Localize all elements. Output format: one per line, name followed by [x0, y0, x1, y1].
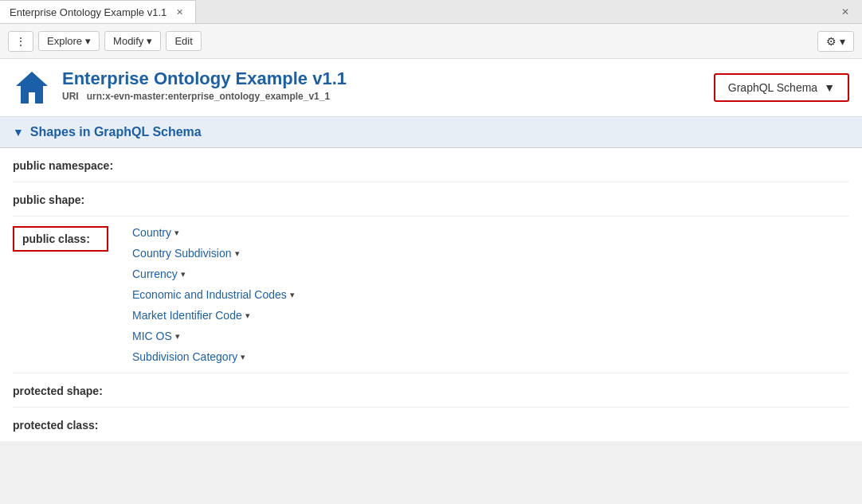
economic-industrial-chevron-icon: ▾: [290, 290, 295, 300]
protected-class-row: protected class:: [13, 408, 849, 441]
modify-button[interactable]: Modify ▾: [104, 31, 161, 51]
market-identifier-chevron-icon: ▾: [245, 311, 250, 321]
currency-link[interactable]: Currency ▾: [132, 268, 295, 280]
subdivision-category-link-text: Subdivision Category: [132, 350, 237, 363]
graphql-schema-button[interactable]: GraphQL Schema ▼: [714, 73, 849, 102]
public-shape-row: public shape:: [13, 182, 849, 217]
tab-label: Enterprise Ontology Example v1.1: [10, 6, 167, 18]
shapes-section-header[interactable]: ▼ Shapes in GraphQL Schema: [0, 117, 862, 148]
public-namespace-label: public namespace:: [13, 158, 188, 172]
class-links-list: Country ▾ Country Subdivision ▾ Currency…: [132, 226, 295, 363]
economic-industrial-link[interactable]: Economic and Industrial Codes ▾: [132, 288, 295, 301]
section-collapse-icon: ▼: [13, 126, 24, 139]
market-identifier-link[interactable]: Market Identifier Code ▾: [132, 309, 295, 322]
gear-chevron-icon: ▾: [840, 35, 845, 48]
main-tab[interactable]: Enterprise Ontology Example v1.1 ✕: [0, 0, 196, 23]
protected-shape-row: protected shape:: [13, 373, 849, 408]
protected-class-label: protected class:: [13, 417, 188, 432]
subdivision-category-link[interactable]: Subdivision Category ▾: [132, 350, 295, 363]
mic-os-chevron-icon: ▾: [175, 331, 180, 342]
edit-button[interactable]: Edit: [166, 31, 201, 51]
tab-close-icon[interactable]: ✕: [173, 6, 186, 18]
graphql-schema-chevron-icon: ▼: [824, 81, 835, 94]
graphql-schema-label: GraphQL Schema: [728, 81, 817, 94]
section-title: Shapes in GraphQL Schema: [30, 125, 202, 139]
modify-chevron-icon: ▾: [147, 35, 152, 47]
header-text-block: Enterprise Ontology Example v1.1 URI urn…: [62, 68, 714, 102]
economic-industrial-link-text: Economic and Industrial Codes: [132, 288, 287, 301]
public-namespace-row: public namespace:: [13, 148, 849, 182]
window-controls: ✕: [835, 3, 862, 21]
home-icon: [13, 68, 51, 107]
country-subdivision-chevron-icon: ▾: [235, 248, 240, 259]
edit-label: Edit: [174, 35, 192, 47]
explore-label: Explore: [47, 35, 82, 47]
public-class-row: public class: Country ▾ Country Subdivis…: [13, 217, 849, 373]
mic-os-link-text: MIC OS: [132, 330, 172, 342]
currency-chevron-icon: ▾: [181, 269, 186, 279]
dots-menu-button[interactable]: ⋮: [8, 31, 33, 52]
explore-button[interactable]: Explore ▾: [38, 31, 100, 51]
uri-value: urn:x-evn-master:enterprise_ontology_exa…: [87, 91, 330, 102]
gear-button[interactable]: ⚙ ▾: [817, 31, 854, 52]
ontology-uri: URI urn:x-evn-master:enterprise_ontology…: [62, 91, 714, 102]
country-subdivision-link-text: Country Subdivision: [132, 247, 232, 260]
header-area: Enterprise Ontology Example v1.1 URI urn…: [0, 59, 862, 117]
content-table: public namespace: public shape: public c…: [0, 148, 862, 441]
window-close-button[interactable]: ✕: [835, 3, 856, 21]
country-chevron-icon: ▾: [174, 228, 179, 238]
subdivision-category-chevron-icon: ▾: [241, 352, 245, 362]
country-subdivision-link[interactable]: Country Subdivision ▾: [132, 247, 295, 260]
country-link-text: Country: [132, 226, 171, 239]
main-content: ▼ Shapes in GraphQL Schema public namesp…: [0, 117, 862, 441]
country-link[interactable]: Country ▾: [132, 226, 295, 239]
mic-os-link[interactable]: MIC OS ▾: [132, 330, 295, 342]
tab-bar: Enterprise Ontology Example v1.1 ✕ ✕: [0, 0, 862, 24]
uri-label: URI: [62, 91, 79, 102]
ontology-title: Enterprise Ontology Example v1.1: [62, 68, 714, 89]
modify-label: Modify: [113, 35, 143, 47]
currency-link-text: Currency: [132, 268, 178, 280]
explore-chevron-icon: ▾: [85, 35, 91, 47]
protected-shape-label: protected shape:: [13, 383, 188, 397]
svg-rect-1: [29, 92, 35, 104]
gear-icon: ⚙: [826, 35, 837, 48]
public-shape-label: public shape:: [13, 192, 188, 206]
market-identifier-link-text: Market Identifier Code: [132, 309, 242, 322]
toolbar: ⋮ Explore ▾ Modify ▾ Edit ⚙ ▾: [0, 24, 862, 59]
public-class-label: public class:: [13, 226, 108, 252]
